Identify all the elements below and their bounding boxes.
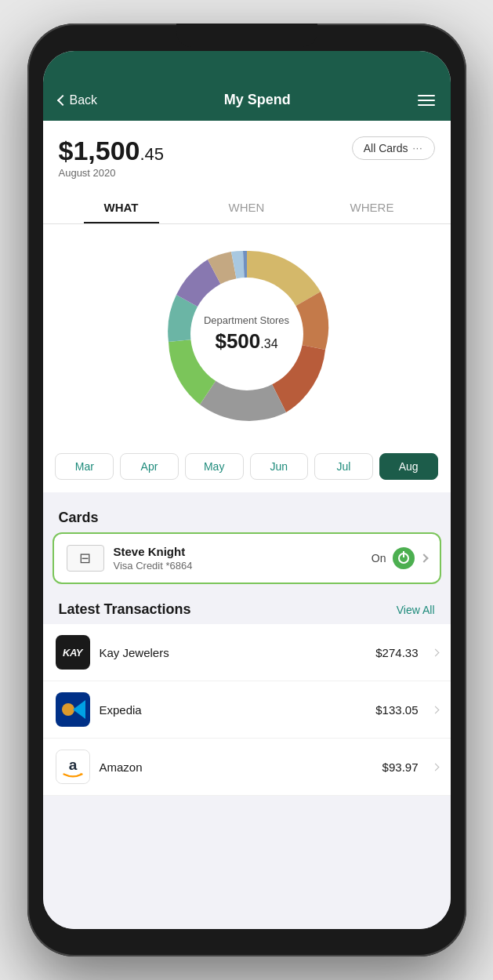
transaction-name: Kay Jewelers (100, 646, 367, 659)
cards-section-header: Cards (43, 499, 451, 532)
card-icon: ⊟ (67, 545, 104, 572)
card-power-toggle[interactable] (393, 547, 415, 569)
svg-point-2 (62, 703, 74, 716)
amount-date: August 2020 (59, 167, 165, 179)
content-area: $1,500.45 August 2020 All Cards ··· WHAT (43, 121, 451, 929)
tabs-container: WHAT WHEN WHERE (43, 191, 451, 224)
transaction-chevron-icon (431, 706, 439, 713)
tab-when[interactable]: WHEN (184, 191, 310, 223)
amount-info: $1,500.45 August 2020 (59, 136, 165, 179)
donut-label: Department Stores (204, 314, 289, 326)
menu-button[interactable] (418, 95, 435, 106)
month-aug[interactable]: Aug (379, 453, 438, 480)
menu-line-1 (418, 95, 435, 96)
back-chevron-icon (56, 94, 67, 105)
amount-section: $1,500.45 August 2020 All Cards ··· (43, 121, 451, 191)
back-button[interactable]: Back (59, 93, 98, 107)
expedia-logo (56, 692, 90, 727)
status-bar (43, 51, 451, 85)
transaction-name: Amazon (100, 760, 373, 774)
transactions-header: Latest Transactions View All (43, 590, 451, 624)
transaction-amount: $274.33 (375, 646, 418, 659)
card-holder-name: Steve Knight (114, 545, 362, 558)
power-icon (398, 553, 409, 564)
spacer-1 (43, 492, 451, 499)
card-item[interactable]: ⊟ Steve Knight Visa Credit *6864 On (53, 532, 441, 584)
transaction-name: Expedia (100, 703, 367, 717)
phone-body: Back My Spend $1,500.45 Augu (27, 24, 466, 956)
transaction-amount: $93.97 (382, 760, 419, 774)
credit-card-icon: ⊟ (79, 550, 91, 567)
month-mar[interactable]: Mar (55, 453, 114, 480)
transaction-item[interactable]: a Amazon $93.97 (43, 739, 451, 796)
card-status: On (372, 547, 427, 569)
svg-text:a: a (68, 757, 77, 773)
month-jul[interactable]: Jul (314, 453, 373, 480)
transaction-chevron-icon (431, 763, 439, 771)
transaction-item[interactable]: KAY Kay Jewelers $274.33 (43, 624, 451, 681)
dots-icon: ··· (412, 143, 422, 154)
kay-jewelers-logo: KAY (56, 635, 90, 670)
menu-line-2 (418, 100, 435, 101)
tab-what[interactable]: WHAT (59, 191, 184, 223)
transaction-item[interactable]: Expedia $133.05 (43, 681, 451, 739)
notch (176, 24, 317, 47)
transaction-chevron-icon (431, 648, 439, 656)
amazon-logo: a (56, 750, 90, 784)
screen: Back My Spend $1,500.45 Augu (43, 51, 451, 929)
tab-where[interactable]: WHERE (310, 191, 435, 223)
month-may[interactable]: May (185, 453, 244, 480)
app-header: Back My Spend (43, 85, 451, 121)
total-amount: $1,500.45 (59, 136, 165, 165)
phone-frame: Back My Spend $1,500.45 Augu (0, 0, 493, 980)
menu-line-3 (418, 104, 435, 106)
card-on-label: On (372, 552, 386, 564)
card-info: Steve Knight Visa Credit *6864 (114, 545, 362, 572)
transaction-amount: $133.05 (375, 703, 418, 717)
card-details: Visa Credit *6864 (114, 560, 362, 572)
month-selector: Mar Apr May Jun Jul Aug (43, 444, 451, 492)
month-jun[interactable]: Jun (250, 453, 309, 480)
chart-section: Department Stores $500.34 (43, 224, 451, 444)
page-title: My Spend (224, 92, 291, 108)
donut-center: Department Stores $500.34 (204, 314, 289, 354)
spacer-2 (43, 584, 451, 590)
month-apr[interactable]: Apr (120, 453, 179, 480)
transactions-title: Latest Transactions (59, 601, 191, 618)
donut-amount: $500.34 (204, 329, 289, 354)
card-chevron-icon (419, 554, 428, 563)
view-all-link[interactable]: View All (397, 604, 435, 616)
all-cards-button[interactable]: All Cards ··· (352, 136, 435, 160)
back-label: Back (70, 93, 98, 107)
donut-chart: Department Stores $500.34 (153, 240, 341, 428)
